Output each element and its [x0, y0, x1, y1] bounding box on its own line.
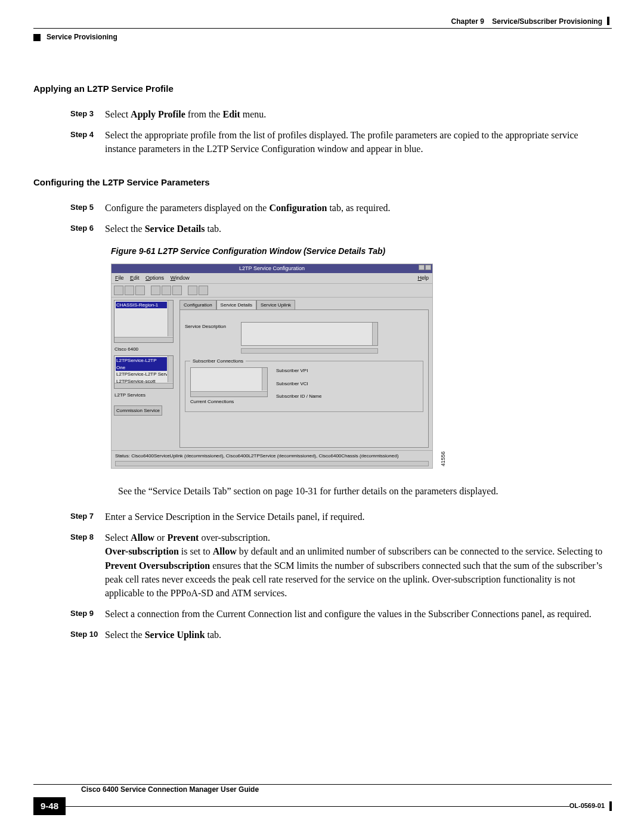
toolbar-button[interactable]: [172, 286, 182, 295]
service-list-label: L2TP Services: [114, 391, 174, 400]
step-label: Step 9: [33, 607, 105, 621]
figure-number: 41556: [439, 451, 447, 466]
menu-help[interactable]: Help: [417, 275, 429, 281]
toolbar-button[interactable]: [114, 286, 123, 295]
heading-config-params: Configuring the L2TP Service Parameters: [33, 176, 612, 189]
scrollbar-icon[interactable]: [168, 356, 173, 382]
scrollbar-icon[interactable]: [114, 337, 173, 342]
step-text: Select the Service Details tab.: [105, 222, 612, 236]
toolbar-button[interactable]: [199, 286, 208, 295]
header-bar-icon: [607, 17, 609, 25]
step-row: Step 8Select Allow or Prevent over-subsc…: [33, 531, 612, 600]
heading-apply-profile: Applying an L2TP Service Profile: [33, 82, 612, 95]
scrollbar-icon[interactable]: [114, 383, 173, 388]
menu-options[interactable]: Options: [145, 275, 164, 281]
menu-file[interactable]: File: [115, 275, 124, 281]
service-list[interactable]: L2TPService-L2TP One L2TPService-L2TP Se…: [114, 355, 174, 389]
step-label: Step 4: [33, 128, 105, 156]
subscriber-connections-group: Subscriber Connections Current Connectio…: [185, 361, 423, 412]
header-rule: [33, 28, 612, 29]
step-row: Step 3Select Apply Profile from the Edit…: [33, 107, 612, 121]
tab-service-uplink[interactable]: Service Uplink: [256, 300, 295, 310]
chassis-tree[interactable]: CHASSIS-Region-1: [114, 300, 174, 343]
scrollbar-icon[interactable]: [115, 461, 429, 466]
toolbar-button[interactable]: [151, 286, 160, 295]
scrollbar-icon[interactable]: [191, 391, 267, 397]
header-square-icon: [33, 34, 41, 41]
running-header-right: Chapter 9 Service/Subscriber Provisionin…: [33, 17, 612, 27]
commission-service-button[interactable]: Commission Service: [114, 405, 162, 416]
step-label: Step 3: [33, 107, 105, 121]
toolbar-button[interactable]: [125, 286, 134, 295]
step-row: Step 6Select the Service Details tab.: [33, 222, 612, 236]
toolbar-button[interactable]: [135, 286, 145, 295]
toolbar: [112, 284, 432, 298]
footer-bar-icon: [609, 801, 612, 811]
maximize-icon[interactable]: [425, 265, 431, 270]
step-text: Configure the parameters displayed on th…: [105, 201, 612, 215]
toolbar-button[interactable]: [162, 286, 171, 295]
step-text: Select the Service Uplink tab.: [105, 628, 612, 642]
minimize-icon[interactable]: [419, 265, 425, 270]
step-label: Step 8: [33, 531, 105, 600]
toolbar-button[interactable]: [188, 286, 197, 295]
l2tp-config-window: L2TP Service Configuration File Edit Opt…: [111, 264, 433, 469]
step-label: Step 7: [33, 510, 105, 524]
step-row: Step 10Select the Service Uplink tab.: [33, 628, 612, 642]
menubar: File Edit Options Window Help: [112, 273, 432, 284]
step-text: Select Apply Profile from the Edit menu.: [105, 107, 612, 121]
tab-service-details[interactable]: Service Details: [216, 300, 256, 310]
step-text: Enter a Service Description in the Servi…: [105, 510, 612, 524]
menu-edit[interactable]: Edit: [130, 275, 140, 281]
footer-guide-title: Cisco 6400 Service Connection Manager Us…: [33, 785, 612, 795]
scrollbar-icon[interactable]: [168, 301, 173, 336]
menu-window[interactable]: Window: [171, 275, 190, 281]
step-text: Select a connection from the Current Con…: [105, 607, 612, 621]
step-row: Step 7Enter a Service Description in the…: [33, 510, 612, 524]
step-text: Select the appropriate profile from the …: [105, 128, 612, 156]
service-description-input[interactable]: [241, 322, 378, 346]
tab-configuration[interactable]: Configuration: [179, 300, 216, 310]
section-name: Service Provisioning: [47, 32, 117, 42]
window-titlebar: L2TP Service Configuration: [112, 264, 432, 273]
page-number: 9-48: [33, 797, 66, 815]
service-details-panel: Service Description Subscriber Connectio…: [179, 309, 429, 448]
scrollbar-icon[interactable]: [262, 368, 267, 391]
group-title: Subscriber Connections: [190, 358, 246, 365]
status-bar: Status: Cisco6400ServiceUplink (decommis…: [112, 450, 432, 468]
step-row: Step 5Configure the parameters displayed…: [33, 201, 612, 215]
subscriber-vpi-label: Subscriber VPI: [276, 367, 321, 374]
step-label: Step 5: [33, 201, 105, 215]
subscriber-vci-label: Subscriber VCI: [276, 380, 321, 388]
scrollbar-icon[interactable]: [241, 348, 378, 354]
step-row: Step 4Select the appropriate profile fro…: [33, 128, 612, 156]
subscriber-id-label: Subscriber ID / Name: [276, 393, 321, 400]
figure-caption: Figure 9-61 L2TP Service Configuration W…: [111, 245, 612, 257]
step-row: Step 9Select a connection from the Curre…: [33, 607, 612, 621]
step-text: Select Allow or Prevent over-subscriptio…: [105, 531, 612, 600]
current-connections-list[interactable]: [190, 367, 268, 397]
step-label: Step 6: [33, 222, 105, 236]
tree-mid-label: Cisco 6400: [114, 345, 174, 354]
current-connections-label: Current Connections: [190, 398, 268, 405]
post-figure-text: See the “Service Details Tab” section on…: [118, 484, 612, 498]
service-description-label: Service Description: [185, 322, 237, 330]
scrollbar-icon[interactable]: [372, 323, 377, 345]
running-header-left: Service Provisioning: [33, 32, 612, 42]
doc-number: OL-0569-01: [569, 801, 606, 811]
step-label: Step 10: [33, 628, 105, 642]
